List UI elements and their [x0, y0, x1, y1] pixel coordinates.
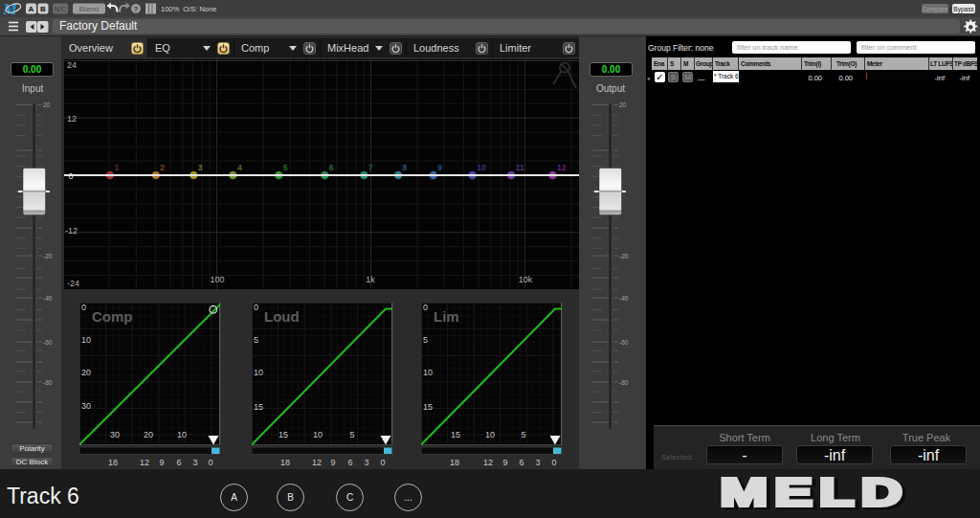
svg-text:Blend: Blend: [79, 5, 99, 13]
svg-text:10: 10: [177, 430, 187, 439]
svg-text:20: 20: [81, 368, 91, 377]
svg-text:6: 6: [347, 458, 352, 467]
svg-text:-12: -12: [65, 226, 78, 236]
svg-text:M: M: [2, 0, 18, 17]
svg-text:12: 12: [483, 458, 493, 467]
svg-text:Compare: Compare: [923, 6, 948, 13]
svg-text:5: 5: [254, 335, 258, 345]
svg-text:12: 12: [557, 163, 567, 172]
svg-text:8: 8: [403, 163, 408, 172]
svg-text:0: 0: [423, 303, 428, 312]
svg-text:Bypass: Bypass: [953, 6, 974, 13]
svg-text:N/C: N/C: [55, 5, 68, 13]
svg-text:15: 15: [254, 402, 263, 412]
svg-text:24: 24: [67, 60, 77, 70]
svg-text:-24: -24: [67, 279, 79, 288]
svg-text:A: A: [29, 5, 34, 13]
svg-text:0: 0: [208, 458, 212, 467]
svg-text:3: 3: [192, 458, 197, 467]
svg-text:MELD: MELD: [720, 471, 908, 514]
svg-text:Comp: Comp: [92, 308, 133, 325]
svg-text:11: 11: [516, 163, 524, 172]
svg-text:18: 18: [108, 458, 118, 467]
svg-text:B: B: [40, 5, 46, 13]
svg-text:10: 10: [313, 430, 323, 439]
svg-text:30: 30: [110, 430, 120, 439]
svg-text:Loud: Loud: [264, 308, 300, 325]
svg-text:5: 5: [349, 430, 354, 439]
svg-text:12: 12: [140, 458, 149, 467]
svg-text:4: 4: [237, 163, 242, 172]
svg-text:5: 5: [423, 335, 428, 345]
svg-text:9: 9: [330, 458, 335, 467]
svg-text:2: 2: [160, 163, 165, 172]
svg-text:6: 6: [519, 458, 523, 467]
svg-text:3: 3: [535, 458, 540, 467]
svg-text:10: 10: [485, 430, 495, 439]
svg-text:20: 20: [619, 101, 627, 108]
svg-text:10: 10: [254, 368, 263, 377]
svg-text:12: 12: [312, 458, 322, 467]
svg-text:-80: -80: [619, 379, 629, 386]
svg-text:-80: -80: [43, 379, 53, 386]
svg-text:100% O/S: None: 100% O/S: None: [161, 5, 216, 13]
svg-text:-40: -40: [619, 295, 629, 302]
svg-text:9: 9: [159, 458, 164, 467]
svg-text:10k: 10k: [519, 275, 533, 284]
svg-text:20: 20: [144, 430, 153, 439]
svg-text:15: 15: [278, 430, 288, 439]
svg-text:?: ?: [134, 5, 139, 13]
svg-text:9: 9: [437, 163, 442, 172]
svg-text:3: 3: [198, 163, 203, 172]
svg-text:0: 0: [380, 458, 385, 467]
svg-text:18: 18: [450, 458, 459, 467]
svg-text:1: 1: [114, 163, 119, 172]
svg-text:100: 100: [210, 275, 224, 284]
svg-text:9: 9: [502, 458, 507, 467]
svg-text:6: 6: [329, 163, 334, 172]
svg-text:10: 10: [81, 335, 91, 345]
svg-text:0: 0: [69, 171, 74, 181]
svg-text:0: 0: [254, 303, 258, 312]
svg-text:15: 15: [423, 402, 433, 412]
svg-text:18: 18: [280, 458, 290, 467]
svg-text:Lim: Lim: [434, 308, 459, 325]
svg-text:30: 30: [81, 401, 91, 411]
svg-text:-40: -40: [43, 295, 53, 302]
svg-text:6: 6: [176, 458, 181, 467]
svg-text:5: 5: [521, 430, 525, 439]
svg-text:12: 12: [67, 114, 77, 124]
svg-text:-60: -60: [619, 339, 629, 346]
svg-text:15: 15: [451, 430, 460, 439]
svg-text:3: 3: [364, 458, 368, 467]
svg-text:-20: -20: [43, 253, 53, 259]
svg-text:-60: -60: [43, 339, 53, 346]
svg-text:10: 10: [423, 368, 433, 377]
svg-text:20: 20: [43, 101, 51, 108]
svg-text:5: 5: [283, 163, 288, 172]
svg-text:-20: -20: [619, 253, 629, 259]
svg-text:1k: 1k: [366, 275, 375, 284]
svg-text:0: 0: [551, 458, 556, 467]
svg-text:10: 10: [477, 163, 486, 172]
svg-text:0: 0: [81, 303, 86, 312]
svg-text:7: 7: [368, 163, 373, 172]
